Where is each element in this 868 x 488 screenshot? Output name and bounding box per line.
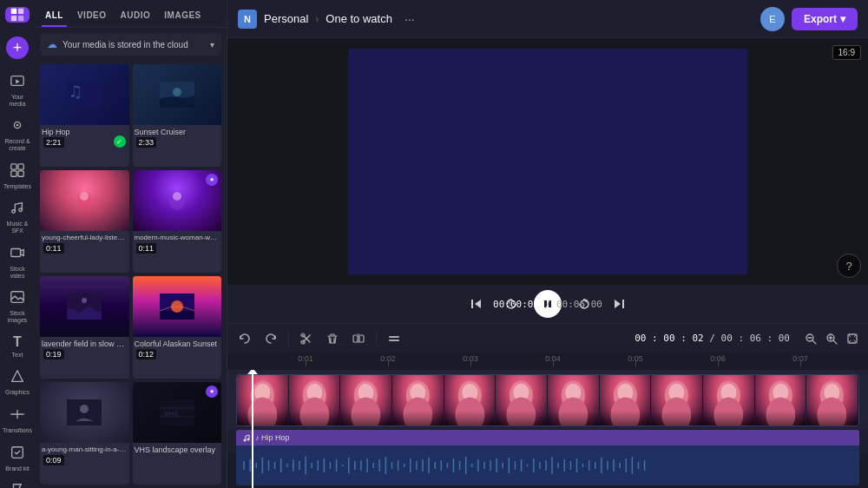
- svg-rect-40: [622, 300, 624, 308]
- sidebar-item-record-create[interactable]: Record &create: [2, 114, 33, 155]
- top-bar-right: E Export ▾: [760, 7, 858, 31]
- sidebar-item-text[interactable]: T Text: [2, 331, 33, 362]
- sidebar-item-stock-images[interactable]: Stock images: [2, 286, 33, 326]
- sidebar-label-stock-video: Stock video: [3, 266, 31, 279]
- zoom-out-button[interactable]: [802, 330, 819, 347]
- project-badge: N: [238, 10, 257, 29]
- name-sunset-cruiser: Sunset Cruiser: [133, 125, 222, 138]
- ruler-tick-1: [306, 359, 306, 366]
- cloud-bar[interactable]: ☁ Your media is stored in the cloud ▾: [40, 33, 221, 56]
- sidebar: + Your media Record &create: [0, 0, 35, 488]
- timecode-total: 00:06:00: [556, 299, 602, 310]
- preview-area: 16:9 ?: [227, 38, 868, 285]
- music-note-icon: [241, 432, 252, 443]
- top-bar: N Personal › One to watch ··· E Export ▾: [227, 0, 868, 38]
- add-icon: +: [6, 36, 29, 59]
- sidebar-item-feature-flags[interactable]: Feature flags: [2, 478, 33, 488]
- video-frame-7: [548, 375, 600, 425]
- tab-images[interactable]: IMAGES: [161, 7, 204, 27]
- svg-rect-7: [11, 164, 16, 169]
- video-frame-4: [392, 375, 444, 425]
- svg-rect-3: [18, 16, 23, 21]
- duration-lavender-field: 0:19: [43, 349, 64, 359]
- more-icon: ···: [404, 12, 415, 26]
- sidebar-item-stock-video[interactable]: Stock video: [2, 241, 33, 282]
- video-frame-10: [703, 375, 755, 425]
- tl-current: 00 : 00 : 02: [635, 333, 703, 344]
- sidebar-item-transitions[interactable]: Transitions: [2, 403, 33, 438]
- svg-rect-43: [353, 335, 358, 342]
- svg-rect-14: [11, 292, 23, 303]
- user-avatar: E: [760, 7, 785, 31]
- cloud-chevron-icon: ▾: [210, 40, 214, 49]
- svg-point-22: [80, 192, 89, 201]
- main-area: N Personal › One to watch ··· E Export ▾…: [227, 0, 868, 488]
- tab-audio[interactable]: AUDIO: [117, 7, 155, 27]
- feature-flags-icon: [10, 482, 25, 488]
- svg-point-11: [12, 210, 16, 214]
- media-item-modern-music-woman[interactable]: 0:11 ★ modern-music-woman-wearing-...: [133, 170, 222, 272]
- ruler-tick-7: [800, 359, 801, 366]
- fit-zoom-button[interactable]: [844, 330, 861, 347]
- more-tools-button[interactable]: [384, 328, 404, 349]
- templates-icon: [10, 162, 25, 181]
- skip-back-button[interactable]: [464, 292, 489, 316]
- svg-rect-18: [67, 82, 102, 108]
- media-item-young-cheerful[interactable]: 0:11 young-cheerful-lady-listening-to...: [40, 170, 129, 272]
- skip-forward-button[interactable]: [607, 292, 631, 316]
- media-item-lavender-field[interactable]: 0:19 lavender field in slow motion: [40, 276, 129, 379]
- help-button[interactable]: ?: [837, 254, 861, 278]
- sidebar-item-templates[interactable]: Templates: [2, 159, 33, 194]
- sidebar-item-your-media[interactable]: Your media: [2, 69, 33, 110]
- video-frame-5: [444, 375, 496, 425]
- media-item-sunset-cruiser[interactable]: 2:33 Sunset Cruiser: [133, 64, 222, 167]
- sidebar-item-music-sfx[interactable]: Music & SFX: [2, 196, 33, 237]
- redo-button[interactable]: [260, 328, 281, 349]
- export-label: Export: [804, 13, 837, 25]
- svg-rect-9: [11, 171, 16, 176]
- media-grid: ♫ 2:21 ✓ Hip Hop 2:33 Sunset Cruiser: [35, 61, 227, 488]
- cloud-bar-text: Your media is stored in the cloud: [62, 40, 188, 49]
- media-item-young-man-sitting[interactable]: 0:09 a-young-man-sitting-in-a-studio...: [40, 382, 129, 485]
- waveform-svg: [240, 452, 856, 478]
- sidebar-item-brand-kit[interactable]: Brand kit: [2, 441, 33, 476]
- tab-video[interactable]: VIDEO: [74, 7, 110, 27]
- audio-label-bar[interactable]: ♪ Hip Hop: [236, 430, 859, 445]
- duration-modern-music-woman: 0:11: [136, 243, 157, 254]
- delete-button[interactable]: [322, 328, 343, 349]
- video-frame-6: [496, 375, 548, 425]
- video-frame-9: [651, 375, 703, 425]
- sidebar-label-stock-images: Stock images: [3, 310, 31, 323]
- cut-button[interactable]: [296, 328, 317, 349]
- svg-point-20: [173, 88, 181, 96]
- undo-button[interactable]: [234, 328, 255, 349]
- media-item-colorful-alaskan[interactable]: 0:12 Colorful Alaskan Sunset: [133, 276, 222, 379]
- toolbar-separator-2: [376, 331, 377, 346]
- stock-video-icon: [10, 245, 25, 264]
- brand-kit-icon: [10, 445, 25, 464]
- media-item-vhs-landscape[interactable]: VHS ★ VHS landscape overlay: [133, 382, 222, 485]
- svg-rect-44: [359, 335, 364, 342]
- svg-rect-2: [11, 16, 16, 21]
- video-frame-11: [755, 375, 807, 425]
- svg-point-103: [244, 439, 247, 442]
- timecode-area: 00 : 00 : 02 / 00 : 06 : 00: [635, 333, 790, 344]
- svg-line-49: [812, 340, 816, 344]
- media-item-hip-hop[interactable]: ♫ 2:21 ✓ Hip Hop: [40, 64, 129, 167]
- split-button[interactable]: [348, 328, 369, 349]
- video-frame-3: [340, 375, 392, 425]
- svg-point-24: [173, 192, 181, 201]
- svg-rect-0: [11, 9, 16, 14]
- video-track-strip[interactable]: .vframe { flex: 1; min-width: 0; height:…: [236, 374, 859, 426]
- graphics-icon: [10, 368, 25, 387]
- sidebar-item-graphics[interactable]: Graphics: [2, 365, 33, 399]
- tab-all[interactable]: ALL: [42, 7, 67, 27]
- zoom-controls: [802, 330, 861, 347]
- export-button[interactable]: Export ▾: [792, 8, 858, 30]
- ruler-tick-3: [470, 359, 471, 366]
- zoom-in-button[interactable]: [823, 330, 840, 347]
- more-options-button[interactable]: ···: [399, 9, 420, 30]
- ruler-marks: 0:01 0:02 0:03 0:04 0:05 0:06 0:07: [227, 353, 868, 370]
- add-button[interactable]: +: [2, 33, 33, 63]
- name-lavender-field: lavender field in slow motion: [40, 337, 129, 350]
